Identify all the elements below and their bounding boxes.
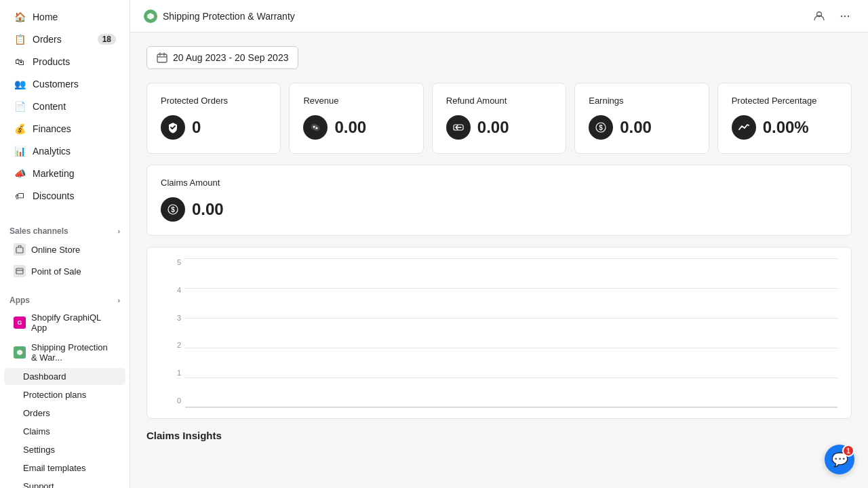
- online-store-icon: [14, 243, 26, 256]
- sidebar-item-marketing-label: Marketing: [33, 168, 74, 179]
- sidebar-sub-item-email-templates[interactable]: Email templates: [4, 460, 125, 476]
- sidebar-item-customers[interactable]: 👥 Customers: [4, 73, 125, 95]
- chart-y-axis: 5 4 3 2 1 0: [161, 258, 181, 407]
- y-label-5: 5: [161, 258, 181, 266]
- stat-card-protected-orders: Protected Orders 0: [146, 83, 281, 154]
- email-templates-label: Email templates: [23, 463, 85, 473]
- dashboard-label: Dashboard: [23, 371, 66, 382]
- sidebar-item-content[interactable]: 📄 Content: [4, 96, 125, 117]
- stat-card-earnings: Earnings $ 0.00: [574, 83, 709, 154]
- y-label-0: 0: [161, 396, 181, 405]
- sidebar-item-products-label: Products: [33, 56, 70, 67]
- date-range-button[interactable]: 20 Aug 2023 - 20 Sep 2023: [146, 46, 298, 69]
- topbar-title: Shipping Protection & Warranty: [163, 11, 295, 22]
- claims-insights-title: Claims Insights: [146, 430, 852, 441]
- topbar-left: Shipping Protection & Warranty: [144, 9, 295, 23]
- shipping-protection-app-label: Shipping Protection & War...: [31, 342, 116, 363]
- stat-value-row-protected-percentage: 0.00%: [732, 115, 837, 140]
- protection-plans-label: Protection plans: [23, 390, 86, 400]
- topbar: Shipping Protection & Warranty: [130, 0, 868, 33]
- chat-badge: 1: [842, 445, 854, 457]
- sidebar-item-graphql-app[interactable]: G Shopify GraphiQL App: [4, 308, 125, 337]
- graphql-icon: G: [14, 317, 26, 329]
- sidebar-sub-item-app-orders[interactable]: Orders: [4, 405, 125, 422]
- stat-value-protected-percentage: 0.00%: [763, 118, 809, 137]
- sidebar-item-finances[interactable]: 💰 Finances: [4, 118, 125, 140]
- sidebar-item-home[interactable]: 🏠 Home: [4, 6, 125, 28]
- pos-icon: [14, 265, 26, 277]
- apps-section: Apps ›: [0, 287, 130, 308]
- stat-value-protected-orders: 0: [192, 118, 201, 137]
- chart-gridlines: [185, 258, 837, 407]
- protected-percentage-icon: [732, 115, 756, 140]
- sidebar-item-discounts-label: Discounts: [33, 190, 74, 201]
- finances-icon: 💰: [14, 123, 26, 135]
- sidebar-item-marketing[interactable]: 📣 Marketing: [4, 163, 125, 184]
- stat-value-row-revenue: 0.00: [303, 115, 409, 140]
- chevron-icon: ›: [118, 228, 120, 235]
- gridline-2: [185, 348, 837, 348]
- sidebar-item-products[interactable]: 🛍 Products: [4, 51, 125, 73]
- sidebar-sub-item-protection-plans[interactable]: Protection plans: [4, 386, 125, 403]
- claims-amount-title: Claims Amount: [161, 178, 837, 188]
- sidebar-item-online-store[interactable]: Online Store: [4, 239, 125, 260]
- home-icon: 🏠: [14, 11, 26, 23]
- svg-rect-7: [157, 54, 167, 62]
- app-settings-label: Settings: [23, 445, 55, 455]
- stats-row: Protected Orders 0 Revenue 0.00: [146, 83, 852, 154]
- sidebar-item-orders[interactable]: 📋 Orders 18: [4, 28, 125, 50]
- chat-bubble[interactable]: 💬 1: [825, 445, 854, 474]
- stat-title-revenue: Revenue: [303, 96, 409, 106]
- apps-chevron-icon: ›: [118, 297, 120, 304]
- stat-title-protected-percentage: Protected Percentage: [732, 96, 837, 106]
- svg-rect-1: [16, 268, 23, 274]
- sidebar-sub-item-dashboard[interactable]: Dashboard: [4, 368, 125, 385]
- sidebar-sub-item-claims[interactable]: Claims: [4, 423, 125, 440]
- svg-text:$: $: [171, 206, 175, 214]
- y-label-3: 3: [161, 314, 181, 322]
- stat-value-row-refund: 0.00: [446, 115, 552, 140]
- earnings-icon: $: [589, 115, 613, 140]
- sidebar-sub-item-support[interactable]: Support: [4, 478, 125, 488]
- svg-point-5: [844, 15, 846, 16]
- sidebar-item-analytics-label: Analytics: [33, 146, 71, 157]
- orders-badge: 18: [98, 34, 116, 45]
- more-options-button[interactable]: [835, 7, 854, 26]
- sales-channels-section: Sales channels ›: [0, 218, 130, 239]
- customers-icon: 👥: [14, 78, 26, 90]
- chart-card: 5 4 3 2 1 0: [146, 247, 852, 419]
- avatar-button[interactable]: [810, 7, 829, 26]
- support-label: Support: [23, 481, 54, 488]
- online-store-label: Online Store: [31, 245, 80, 255]
- refund-icon: [446, 115, 471, 140]
- svg-text:$: $: [599, 124, 603, 131]
- sidebar-item-analytics[interactable]: 📊 Analytics: [4, 140, 125, 162]
- claims-amount-card: Claims Amount $ 0.00: [146, 165, 852, 236]
- content-area: 20 Aug 2023 - 20 Sep 2023 Protected Orde…: [130, 33, 868, 488]
- marketing-icon: 📣: [14, 167, 26, 180]
- sidebar-item-discounts[interactable]: 🏷 Discounts: [4, 185, 125, 207]
- products-icon: 🛍: [14, 56, 26, 68]
- gridline-5: [185, 258, 837, 259]
- calendar-icon: [157, 52, 167, 63]
- gridline-3: [185, 318, 837, 319]
- app-orders-label: Orders: [23, 408, 50, 418]
- svg-point-13: [316, 127, 318, 129]
- stat-card-revenue: Revenue 0.00: [289, 83, 423, 154]
- stat-value-earnings: 0.00: [620, 118, 652, 137]
- sidebar-sub-item-settings[interactable]: Settings: [4, 441, 125, 458]
- gridline-0: [185, 407, 837, 408]
- sidebar-item-point-of-sale[interactable]: Point of Sale: [4, 261, 125, 281]
- chart-area: 5 4 3 2 1 0: [161, 258, 837, 407]
- date-range-label: 20 Aug 2023 - 20 Sep 2023: [173, 52, 288, 63]
- stat-title-earnings: Earnings: [589, 96, 694, 106]
- claims-amount-icon: $: [161, 197, 185, 222]
- topbar-app-icon: [144, 9, 157, 23]
- chart-plot: [185, 258, 837, 407]
- shipping-protection-app-icon: [14, 346, 26, 359]
- main-area: Shipping Protection & Warranty 20 Aug 20…: [130, 0, 868, 488]
- sidebar: 🏠 Home 📋 Orders 18 🛍 Products 👥 Customer…: [0, 0, 130, 488]
- discounts-icon: 🏷: [14, 190, 26, 202]
- sidebar-item-shipping-protection-app[interactable]: Shipping Protection & War...: [4, 338, 125, 367]
- stat-card-refund: Refund Amount 0.00: [432, 83, 566, 154]
